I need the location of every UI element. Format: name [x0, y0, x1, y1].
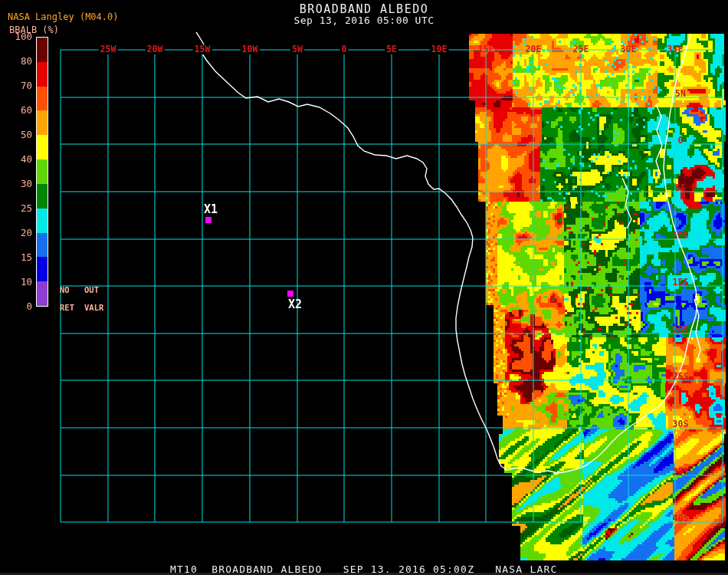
border-line	[656, 104, 662, 175]
colorbar-segment	[37, 110, 48, 135]
longitude-label: 5W	[290, 44, 304, 54]
latitude-label: 30S	[673, 419, 689, 429]
flag-legend-label: RET	[60, 304, 74, 312]
latitude-label: 0	[678, 136, 684, 145]
longitude-label: 0	[340, 44, 349, 54]
colorbar-tick-label: 60	[0, 105, 32, 116]
colorbar-tick-label: 15	[0, 252, 32, 263]
latitude-label: 5N	[675, 89, 686, 98]
colorbar-tick-label: 10	[0, 277, 32, 288]
latitude-label: 40S	[673, 514, 689, 523]
longitude-label: 30E	[621, 44, 637, 54]
colorbar-tick-label: 0	[0, 301, 32, 312]
colorbar-tick-label: 25	[0, 203, 32, 214]
site-marker-label-x1: X1	[204, 204, 218, 215]
longitude-label: 20W	[146, 44, 165, 54]
site-marker-x1	[205, 217, 212, 223]
latitude-label: 10S	[673, 231, 689, 240]
africa-coastline	[196, 32, 697, 473]
latitude-label: 5S	[675, 183, 686, 192]
latitude-label: 15S	[673, 278, 689, 287]
latitude-label: 35S	[673, 467, 689, 476]
longitude-label: 15W	[193, 44, 212, 54]
colorbar-tick-label: 70	[0, 80, 32, 91]
latitude-label: 20S	[673, 325, 689, 334]
longitude-label: 10W	[241, 44, 260, 54]
longitude-label: 5E	[385, 44, 398, 54]
longitude-label: 25E	[573, 44, 589, 54]
colorbar-tick-label: 20	[0, 228, 32, 238]
colorbar-segment	[37, 38, 48, 62]
colorbar-segment	[37, 87, 48, 111]
colorbar	[36, 37, 48, 307]
colorbar-segment	[37, 159, 48, 184]
latitude-label: 25S	[673, 372, 689, 381]
colorbar-segment	[37, 209, 48, 233]
site-marker-x2	[287, 291, 293, 297]
colorbar-tick-label: 50	[0, 130, 32, 140]
albedo-map-window: NASA Langley (M04.0) BBALB (%) BROADBAND…	[0, 0, 728, 575]
longitude-label: 15E	[478, 44, 494, 54]
page-subtitle: Sep 13, 2016 05:00 UTC	[0, 15, 728, 26]
site-marker-label-x2: X2	[288, 299, 302, 310]
colorbar-segment	[37, 257, 48, 281]
colorbar-tick-label: 40	[0, 154, 32, 165]
colorbar-tick-label: 100	[0, 31, 32, 42]
longitude-label: 35E	[667, 44, 684, 54]
border-line	[694, 299, 700, 360]
colorbar-segment	[37, 135, 48, 159]
colorbar-segment	[37, 62, 48, 87]
flag-legend-label: OUT	[84, 286, 99, 294]
map-overlay	[0, 0, 728, 575]
colorbar-segment	[37, 184, 48, 209]
colorbar-segment	[37, 281, 48, 306]
flag-legend-label: NO	[60, 286, 70, 294]
longitude-label: 20E	[526, 44, 542, 54]
flag-legend-label: VALR	[84, 304, 103, 312]
border-line	[622, 178, 631, 228]
colorbar-tick-label: 80	[0, 56, 32, 67]
colorbar-segment	[37, 233, 48, 258]
colorbar-tick-label: 30	[0, 179, 32, 189]
longitude-label: 25W	[99, 44, 118, 54]
longitude-label: 10E	[430, 44, 449, 54]
